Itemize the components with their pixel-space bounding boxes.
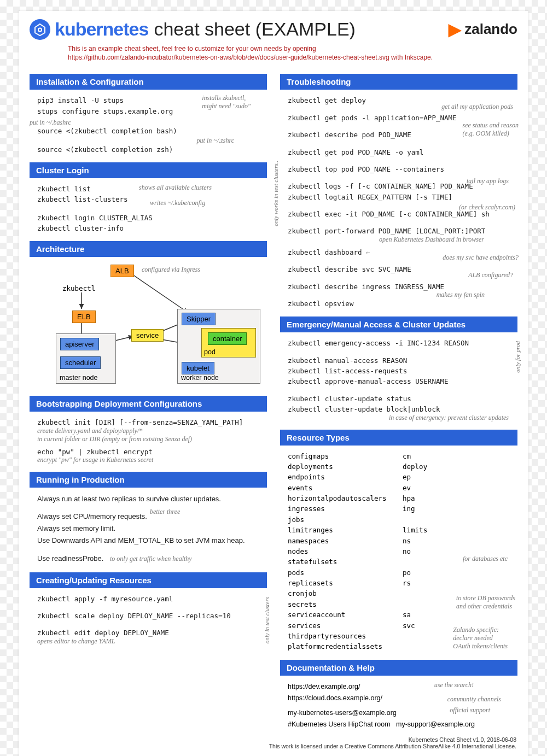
svg-point-1 bbox=[38, 28, 42, 31]
annotation: better three bbox=[150, 506, 180, 517]
cmd: zkubectl cluster-info bbox=[30, 223, 267, 233]
intro-text: This is an example cheat sheet, feel fre… bbox=[19, 43, 528, 66]
resource-row: eventsev bbox=[280, 483, 517, 493]
vendor-logo: ▶ zalando bbox=[449, 20, 517, 39]
intro-line2: https://github.com/zalando-incubator/kub… bbox=[68, 54, 433, 61]
page-title: cheat sheet (EXAMPLE) bbox=[154, 19, 356, 40]
footer: Kubernetes Cheat Sheet v1.0, 2018-06-08 … bbox=[19, 731, 528, 749]
arch-elb: ELB bbox=[72, 310, 96, 323]
arch-worker-label: worker node bbox=[181, 374, 219, 382]
annotation: for databases etc bbox=[463, 555, 508, 563]
cmd: zkubectl approve-manual-access USERNAME bbox=[280, 376, 517, 386]
cmd: zkubectl port-forward POD_NAME [LOCAL_PO… bbox=[280, 226, 517, 236]
annotation: opens editor to change YAML bbox=[30, 637, 267, 646]
cmd: zkubectl top pod POD_NAME --containers bbox=[280, 164, 517, 174]
annotation: community channels bbox=[447, 695, 501, 704]
annotation: installs zkubectl, might need "sudo" bbox=[202, 94, 251, 110]
resource-row: jobs bbox=[280, 514, 517, 525]
annotation: configured via Ingress bbox=[142, 266, 200, 274]
section-header-create: Creating/Updating Resources bbox=[30, 572, 267, 588]
zalando-icon: ▶ bbox=[449, 20, 461, 39]
section-header-docs: Documentation & Help bbox=[280, 660, 517, 676]
arch-service: service bbox=[131, 329, 164, 342]
cmd: zkubectl init [DIR] [--from-senza=SENZA_… bbox=[30, 417, 267, 427]
annotation: writes ~/.kube/config bbox=[150, 199, 205, 207]
cmd: zkubectl opsview bbox=[280, 298, 517, 309]
tip: Use Downwards API and MEM_TOTAL_KB to se… bbox=[37, 535, 267, 547]
annotation: (or check scalyr.com) bbox=[459, 203, 515, 212]
resource-row: configmapscm bbox=[280, 451, 517, 461]
cmd: source <(zkubectl completion bash) bbox=[30, 126, 267, 136]
architecture-diagram: zkubectl ALB configured via Ingress ELB … bbox=[30, 262, 267, 388]
intro-line1: This is an example cheat sheet, feel fre… bbox=[68, 45, 316, 52]
svg-line-4 bbox=[131, 273, 188, 313]
arch-zkubectl: zkubectl bbox=[62, 284, 95, 292]
annotation: shows all available clusters bbox=[139, 184, 212, 192]
annotation: ALB configured? bbox=[468, 271, 513, 279]
arch-master-label: master node bbox=[60, 374, 97, 382]
kubernetes-wordmark: kubernetes bbox=[55, 19, 148, 40]
resource-row: endpointsep bbox=[280, 472, 517, 482]
annotation: use the search! bbox=[434, 681, 474, 689]
left-column: Installation & Configuration pip3 instal… bbox=[30, 66, 267, 730]
annotation: tail my app logs bbox=[467, 177, 509, 185]
cmd: zkubectl emergency-access -i INC-1234 RE… bbox=[280, 338, 517, 348]
arch-alb: ALB bbox=[110, 265, 134, 277]
section-header-architecture: Architecture bbox=[30, 241, 267, 257]
cmd: zkubectl cluster-update status bbox=[280, 394, 517, 404]
section-header-install: Installation & Configuration bbox=[30, 74, 267, 90]
cmd: zkubectl list-access-requests bbox=[280, 366, 517, 376]
tip: Always set memory limit. bbox=[37, 523, 267, 535]
cmd: zkubectl apply -f myresource.yaml bbox=[30, 594, 267, 604]
annotation: open Kubernetes Dashboard in browser bbox=[280, 236, 517, 244]
annotation: makes my fan spin bbox=[437, 291, 485, 299]
annotation: encrypt "pw" for usage in Kubernetes sec… bbox=[30, 456, 267, 464]
annotation: put in ~/.zshrc bbox=[197, 137, 234, 145]
right-column: Troubleshooting only works in test clust… bbox=[280, 66, 517, 730]
section-header-emergency: Emergency/Manual Access & Cluster Update… bbox=[280, 317, 517, 332]
resource-row: deploymentsdeploy bbox=[280, 461, 517, 472]
resource-type-list: for databases etc to store DB passwords … bbox=[280, 451, 517, 652]
resource-row: ingressesing bbox=[280, 503, 517, 514]
annotation: see status and reason (e.g. OOM killed) bbox=[462, 121, 519, 138]
cmd: zkubectl scale deploy DEPLOY_NAME --repl… bbox=[30, 611, 267, 621]
resource-row: podspo bbox=[280, 567, 517, 578]
resource-row: replicasetsrs bbox=[280, 578, 517, 588]
header: kubernetes cheat sheet (EXAMPLE) ▶ zalan… bbox=[19, 19, 528, 43]
annotation: to only get traffic when healthy bbox=[110, 555, 192, 562]
cmd: zkubectl manual-access REASON bbox=[280, 355, 517, 366]
tip: Always run at least two replicas to surv… bbox=[37, 493, 267, 505]
annotation: Zalando specific: declare needed OAuth t… bbox=[453, 626, 508, 650]
annotation: to store DB passwords and other credenti… bbox=[456, 594, 515, 611]
arch-kubelet: kubelet bbox=[182, 362, 214, 374]
footer-version: Kubernetes Cheat Sheet v1.0, 2018-06-08 bbox=[19, 736, 516, 743]
arch-scheduler: scheduler bbox=[60, 356, 101, 369]
resource-row: namespacesns bbox=[280, 536, 517, 546]
section-header-bootstrap: Bootstrapping Deployment Configurations bbox=[30, 396, 267, 412]
section-header-resources: Resource Types bbox=[280, 430, 517, 446]
cmd: source <(zkubectl completion zsh) bbox=[30, 144, 267, 155]
resource-row: serviceaccountsa bbox=[280, 610, 517, 620]
section-header-login: Cluster Login bbox=[30, 162, 267, 178]
cmd: zkubectl logtail REGEX_PATTERN [-s TIME] bbox=[280, 192, 517, 202]
kubernetes-logo-icon bbox=[30, 19, 50, 40]
annotation: in case of emergency: prevent cluster up… bbox=[280, 414, 517, 422]
arch-apiserver: apiserver bbox=[60, 338, 99, 350]
annotation: does my svc have endpoints? bbox=[443, 254, 519, 262]
cmd: zkubectl list-clusters bbox=[30, 194, 267, 204]
annotation: official support bbox=[450, 706, 490, 714]
side-annotation: only for prod bbox=[514, 341, 521, 373]
side-annotation: only works in test clusters.. bbox=[272, 161, 279, 226]
arch-container: container bbox=[208, 332, 247, 345]
section-header-running: Running in Production bbox=[30, 472, 267, 488]
doc-link: #Kubernetes Users HipChat room my-suppor… bbox=[280, 719, 517, 730]
resource-row: limitrangeslimits bbox=[280, 525, 517, 535]
side-annotation: only in test clusters bbox=[264, 597, 270, 643]
cmd: zkubectl describe ingress INGRESS_NAME bbox=[280, 282, 517, 292]
arch-pod-label: pod bbox=[204, 348, 216, 356]
cheat-sheet-page: kubernetes cheat sheet (EXAMPLE) ▶ zalan… bbox=[19, 11, 528, 756]
arch-skipper: Skipper bbox=[182, 313, 216, 325]
doc-link: https://dev.example.org/ bbox=[280, 681, 517, 693]
annotation: get all my application pods bbox=[441, 103, 513, 111]
section-header-troubleshoot: Troubleshooting bbox=[280, 74, 517, 90]
